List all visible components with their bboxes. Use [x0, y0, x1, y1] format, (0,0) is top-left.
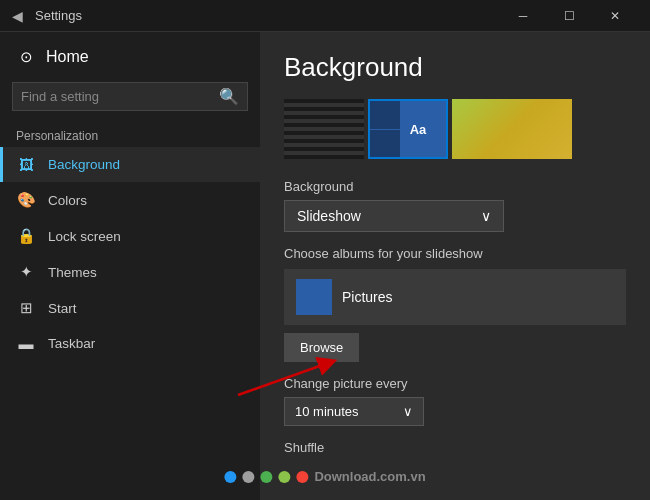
- sidebar-item-lockscreen-label: Lock screen: [48, 229, 121, 244]
- sidebar-item-themes-label: Themes: [48, 265, 97, 280]
- preview-thumb-tiles[interactable]: Aa: [368, 99, 448, 159]
- shuffle-label: Shuffle: [284, 440, 626, 455]
- back-button[interactable]: ◀: [12, 8, 23, 24]
- sidebar-item-colors[interactable]: 🎨 Colors: [0, 182, 260, 218]
- taskbar-icon: ▬: [16, 335, 36, 352]
- preview-row: Aa: [284, 99, 626, 159]
- page-title: Background: [284, 52, 626, 83]
- change-picture-value: 10 minutes: [295, 404, 359, 419]
- home-icon: ⊙: [16, 48, 36, 66]
- background-select[interactable]: Slideshow ∨: [284, 200, 504, 232]
- albums-label: Choose albums for your slideshow: [284, 246, 626, 261]
- sidebar-item-taskbar[interactable]: ▬ Taskbar: [0, 326, 260, 361]
- background-select-value: Slideshow: [297, 208, 361, 224]
- change-picture-arrow: ∨: [403, 404, 413, 419]
- sidebar-item-themes[interactable]: ✦ Themes: [0, 254, 260, 290]
- sidebar-item-colors-label: Colors: [48, 193, 87, 208]
- sidebar-item-background[interactable]: 🖼 Background: [0, 147, 260, 182]
- window-controls: ─ ☐ ✕: [500, 0, 638, 32]
- start-icon: ⊞: [16, 299, 36, 317]
- themes-icon: ✦: [16, 263, 36, 281]
- album-thumbnail: [296, 279, 332, 315]
- sidebar-item-taskbar-label: Taskbar: [48, 336, 95, 351]
- sidebar-item-start-label: Start: [48, 301, 77, 316]
- sidebar-section-label: Personalization: [0, 123, 260, 147]
- sidebar-item-background-label: Background: [48, 157, 120, 172]
- main-content: Background Aa Background Slideshow ∨ Cho…: [260, 32, 650, 500]
- maximize-button[interactable]: ☐: [546, 0, 592, 32]
- sidebar-item-home[interactable]: ⊙ Home: [0, 40, 260, 74]
- preview-thumb-stripes: [284, 99, 364, 159]
- sidebar-item-start[interactable]: ⊞ Start: [0, 290, 260, 326]
- sidebar-item-lockscreen[interactable]: 🔒 Lock screen: [0, 218, 260, 254]
- album-name: Pictures: [342, 289, 393, 305]
- background-control-label: Background: [284, 179, 626, 194]
- colors-icon: 🎨: [16, 191, 36, 209]
- home-label: Home: [46, 48, 89, 66]
- change-picture-label: Change picture every: [284, 376, 626, 391]
- window-title: Settings: [35, 8, 500, 23]
- minimize-button[interactable]: ─: [500, 0, 546, 32]
- background-dropdown-arrow: ∨: [481, 208, 491, 224]
- search-icon: 🔍: [219, 87, 239, 106]
- titlebar: ◀ Settings ─ ☐ ✕: [0, 0, 650, 32]
- sidebar: ⊙ Home 🔍 Personalization 🖼 Background 🎨 …: [0, 32, 260, 500]
- close-button[interactable]: ✕: [592, 0, 638, 32]
- lockscreen-icon: 🔒: [16, 227, 36, 245]
- change-picture-select[interactable]: 10 minutes ∨: [284, 397, 424, 426]
- browse-button[interactable]: Browse: [284, 333, 359, 362]
- app-body: ⊙ Home 🔍 Personalization 🖼 Background 🎨 …: [0, 32, 650, 500]
- search-input[interactable]: [21, 89, 213, 104]
- album-item-pictures[interactable]: Pictures: [284, 269, 626, 325]
- background-icon: 🖼: [16, 156, 36, 173]
- preview-thumb-field[interactable]: [452, 99, 572, 159]
- search-box[interactable]: 🔍: [12, 82, 248, 111]
